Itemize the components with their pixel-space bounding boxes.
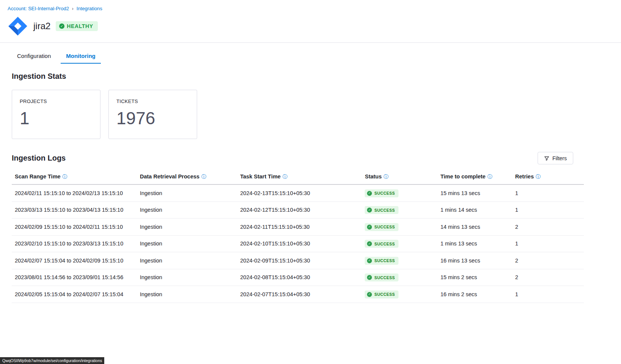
filters-button[interactable]: Filters bbox=[538, 152, 573, 164]
filter-funnel-icon bbox=[544, 156, 549, 161]
column-label: Status bbox=[365, 173, 381, 180]
tab-configuration[interactable]: Configuration bbox=[12, 50, 56, 64]
column-label: Time to complete bbox=[441, 173, 486, 180]
process-cell: Ingestion bbox=[137, 235, 237, 252]
check-icon: ✓ bbox=[367, 191, 372, 196]
ingestion-stats-title: Ingestion Stats bbox=[12, 72, 584, 81]
task-start-cell: 2024-02-11T15:15:10+05:30 bbox=[237, 219, 362, 236]
page-title: jira2 bbox=[33, 21, 50, 31]
process-cell: Ingestion bbox=[137, 184, 237, 202]
log-table-row[interactable]: 2024/02/07 15:15:04 to 2024/02/09 15:15:… bbox=[12, 252, 584, 269]
time-to-complete-cell: 16 mins 2 secs bbox=[438, 286, 512, 303]
integration-title-row: jira2 ✓ HEALTHY bbox=[0, 11, 621, 36]
column-label: Retries bbox=[515, 173, 534, 180]
log-table-row[interactable]: 2023/08/01 15:14:56 to 2023/09/01 15:14:… bbox=[12, 269, 584, 286]
status-badge: ✓ SUCCESS bbox=[365, 206, 398, 214]
column-header-process: Data Retrieval Processⓘ bbox=[137, 170, 237, 184]
stat-value: 1 bbox=[20, 108, 100, 128]
status-badge-label: SUCCESS bbox=[374, 191, 395, 195]
time-to-complete-cell: 15 mins 2 secs bbox=[438, 269, 512, 286]
log-table-row[interactable]: 2023/02/10 15:15:10 to 2023/03/13 15:15:… bbox=[12, 235, 584, 252]
process-cell: Ingestion bbox=[137, 269, 237, 286]
info-icon[interactable]: ⓘ bbox=[201, 174, 206, 179]
log-table-row[interactable]: 2024/02/11 15:15:10 to 2024/02/13 15:15:… bbox=[12, 184, 584, 202]
status-badge-label: SUCCESS bbox=[374, 275, 395, 280]
stat-label: TICKETS bbox=[116, 98, 197, 104]
task-start-cell: 2024-02-13T15:15:10+05:30 bbox=[237, 184, 362, 202]
time-to-complete-cell: 1 mins 14 secs bbox=[438, 202, 512, 219]
scan-range-cell: 2023/08/01 15:14:56 to 2023/09/01 15:14:… bbox=[12, 269, 137, 286]
check-icon: ✓ bbox=[367, 241, 372, 246]
log-table-row[interactable]: 2024/02/09 15:15:10 to 2024/02/11 15:15:… bbox=[12, 219, 584, 236]
time-to-complete-cell: 1 mins 13 secs bbox=[438, 235, 512, 252]
info-icon[interactable]: ⓘ bbox=[282, 174, 287, 179]
breadcrumb-separator-icon: › bbox=[72, 6, 74, 11]
stat-value: 1976 bbox=[116, 108, 197, 128]
link-url-statusbar: QwqOSIIWp9ob7w/module/sei/configuration/… bbox=[0, 357, 104, 364]
status-cell: ✓ SUCCESS bbox=[362, 184, 437, 202]
column-header-task-start: Task Start Timeⓘ bbox=[237, 170, 362, 184]
status-badge: ✓ SUCCESS bbox=[365, 273, 398, 281]
check-icon: ✓ bbox=[367, 225, 372, 230]
process-cell: Ingestion bbox=[137, 252, 237, 269]
status-badge-label: SUCCESS bbox=[374, 292, 395, 297]
status-cell: ✓ SUCCESS bbox=[362, 235, 437, 252]
log-table-row[interactable]: 2023/03/13 15:15:10 to 2023/04/13 15:15:… bbox=[12, 202, 584, 219]
logs-table-body: 2024/02/11 15:15:10 to 2024/02/13 15:15:… bbox=[12, 184, 584, 303]
monitoring-panel: Ingestion Stats PROJECTS 1 TICKETS 1976 … bbox=[0, 64, 584, 303]
process-cell: Ingestion bbox=[137, 219, 237, 236]
filters-button-label: Filters bbox=[552, 155, 567, 161]
status-badge-label: SUCCESS bbox=[374, 225, 395, 229]
scan-range-cell: 2024/02/11 15:15:10 to 2024/02/13 15:15:… bbox=[12, 184, 137, 202]
check-icon: ✓ bbox=[367, 258, 372, 263]
status-badge-label: SUCCESS bbox=[374, 258, 395, 263]
task-start-cell: 2024-02-08T15:15:04+05:30 bbox=[237, 269, 362, 286]
status-cell: ✓ SUCCESS bbox=[362, 202, 437, 219]
breadcrumb: Account: SEI-Internal-Prod2 › Integratio… bbox=[0, 0, 621, 11]
logs-table-header-row: Scan Range Timeⓘ Data Retrieval Processⓘ… bbox=[12, 170, 584, 184]
info-icon[interactable]: ⓘ bbox=[384, 174, 389, 179]
column-header-status: Statusⓘ bbox=[362, 170, 437, 184]
time-to-complete-cell: 15 mins 13 secs bbox=[438, 184, 512, 202]
column-label: Data Retrieval Process bbox=[140, 173, 199, 180]
status-badge: ✓ SUCCESS bbox=[365, 291, 398, 298]
stat-card-tickets: TICKETS 1976 bbox=[108, 90, 197, 139]
check-icon: ✓ bbox=[367, 208, 372, 212]
status-cell: ✓ SUCCESS bbox=[362, 269, 437, 286]
scan-range-cell: 2024/02/09 15:15:10 to 2024/02/11 15:15:… bbox=[12, 219, 137, 236]
jira-logo-icon bbox=[8, 16, 28, 36]
check-icon: ✓ bbox=[367, 292, 372, 297]
column-header-retries: Retriesⓘ bbox=[512, 170, 584, 184]
tab-bar: Configuration Monitoring bbox=[0, 43, 621, 64]
status-badge: ✓ SUCCESS bbox=[365, 240, 398, 248]
status-badge-label: SUCCESS bbox=[374, 208, 395, 212]
status-badge: ✓ SUCCESS bbox=[365, 223, 398, 231]
page-header: Account: SEI-Internal-Prod2 › Integratio… bbox=[0, 0, 621, 43]
retries-cell: 2 bbox=[512, 269, 584, 286]
time-to-complete-cell: 14 mins 13 secs bbox=[438, 219, 512, 236]
ingestion-logs-header: Ingestion Logs Filters bbox=[12, 152, 584, 164]
scan-range-cell: 2023/02/10 15:15:10 to 2023/03/13 15:15:… bbox=[12, 235, 137, 252]
breadcrumb-account-link[interactable]: Account: SEI-Internal-Prod2 bbox=[8, 6, 69, 11]
retries-cell: 1 bbox=[512, 235, 584, 252]
status-cell: ✓ SUCCESS bbox=[362, 219, 437, 236]
info-icon[interactable]: ⓘ bbox=[488, 174, 492, 179]
info-icon[interactable]: ⓘ bbox=[63, 174, 67, 179]
task-start-cell: 2024-02-09T15:15:10+05:30 bbox=[237, 252, 362, 269]
ingestion-logs-table: Scan Range Timeⓘ Data Retrieval Processⓘ… bbox=[12, 170, 584, 303]
log-table-row[interactable]: 2024/02/05 15:15:04 to 2024/02/07 15:15:… bbox=[12, 286, 584, 303]
ingestion-logs-title: Ingestion Logs bbox=[12, 154, 66, 162]
health-badge-label: HEALTHY bbox=[67, 23, 93, 29]
check-icon: ✓ bbox=[59, 23, 64, 29]
breadcrumb-integrations-link[interactable]: Integrations bbox=[77, 6, 102, 11]
tab-monitoring[interactable]: Monitoring bbox=[61, 50, 100, 64]
task-start-cell: 2024-02-10T15:15:10+05:30 bbox=[237, 235, 362, 252]
retries-cell: 1 bbox=[512, 286, 584, 303]
status-cell: ✓ SUCCESS bbox=[362, 252, 437, 269]
stat-card-projects: PROJECTS 1 bbox=[12, 90, 100, 139]
stat-cards: PROJECTS 1 TICKETS 1976 bbox=[12, 90, 584, 139]
retries-cell: 2 bbox=[512, 219, 584, 236]
check-icon: ✓ bbox=[367, 275, 372, 280]
time-to-complete-cell: 16 mins 13 secs bbox=[438, 252, 512, 269]
info-icon[interactable]: ⓘ bbox=[536, 174, 541, 179]
